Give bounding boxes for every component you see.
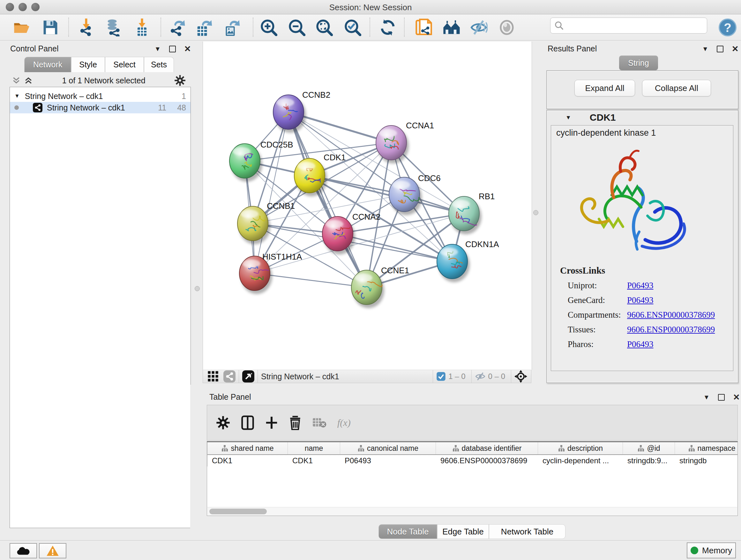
show-columns-icon[interactable] <box>241 415 254 430</box>
show-all-button[interactable] <box>497 18 516 37</box>
left-splitter-handle[interactable] <box>195 286 200 291</box>
network-node-HIST1H1A[interactable] <box>239 256 272 294</box>
zoom-selected-button[interactable] <box>343 18 362 37</box>
tab-network-table[interactable]: Network Table <box>489 524 565 539</box>
tab-network[interactable]: Network <box>24 57 71 72</box>
column-header-shared-name[interactable]: shared name <box>207 442 288 454</box>
tab-style[interactable]: Style <box>71 57 105 72</box>
expand-all-icon[interactable] <box>23 76 33 85</box>
network-collection-row[interactable]: ▼ String Network – cdk1 1 <box>10 90 191 102</box>
network-canvas[interactable]: CCNB2CCNA1CDC25BCDK1CDC6RB1CCNB1CCNA2CDK… <box>203 42 532 370</box>
hide-selected-button[interactable] <box>469 18 488 37</box>
collection-count: 1 <box>182 91 186 101</box>
delete-column-icon[interactable] <box>289 415 301 430</box>
svg-text:?: ? <box>724 21 731 35</box>
column-header-canonical-name[interactable]: canonical name <box>340 442 436 454</box>
tissues-link[interactable]: 9606.ENSP00000378699 <box>627 325 715 334</box>
first-neighbors-button[interactable] <box>442 18 461 37</box>
export-image-button[interactable] <box>222 18 241 37</box>
network-node-CDC25B[interactable] <box>229 144 262 182</box>
tree-expand-icon[interactable]: ▼ <box>14 93 20 99</box>
float-panel-icon[interactable] <box>718 394 725 401</box>
network-options-gear-icon[interactable] <box>174 75 186 86</box>
network-node-CDK1[interactable] <box>294 159 327 196</box>
network-edge[interactable] <box>255 112 288 273</box>
close-panel-icon[interactable]: ✕ <box>733 392 740 402</box>
network-node-CCNE1[interactable] <box>351 270 384 308</box>
create-column-icon[interactable] <box>265 416 278 430</box>
collapse-panel-icon[interactable]: ▼ <box>703 394 710 401</box>
compartments-link[interactable]: 9606.ENSP00000378699 <box>627 310 715 320</box>
table-header-row: shared name name canonical name database… <box>207 442 738 455</box>
apply-layout-button[interactable] <box>378 18 397 37</box>
search-input[interactable] <box>564 21 699 30</box>
column-header-id[interactable]: @id <box>623 442 675 454</box>
close-panel-icon[interactable]: ✕ <box>732 44 739 54</box>
right-splitter-handle[interactable] <box>533 210 538 215</box>
import-network-file-button[interactable] <box>77 18 96 37</box>
zoom-fit-button[interactable] <box>315 18 334 37</box>
column-header-name[interactable]: name <box>288 442 340 454</box>
toolbar-separator <box>68 17 69 37</box>
memory-button[interactable]: Memory <box>687 543 736 558</box>
collapse-all-icon[interactable] <box>11 76 21 85</box>
network-view-toolbar: String Network – cdk1 1 – 0 0 – 0 <box>203 370 531 383</box>
tab-select[interactable]: Select <box>105 57 144 72</box>
network-node-CCNA1[interactable] <box>376 125 409 164</box>
zoom-out-button[interactable] <box>287 18 307 37</box>
collapse-panel-icon[interactable]: ▼ <box>154 45 161 53</box>
collapse-panel-icon[interactable]: ▼ <box>702 45 709 53</box>
table-mode-gear-icon[interactable] <box>216 416 230 430</box>
network-node-CDC6[interactable] <box>389 177 422 215</box>
float-panel-icon[interactable] <box>717 46 724 52</box>
zoom-in-button[interactable] <box>259 18 278 37</box>
genecard-link[interactable]: P06493 <box>627 295 654 305</box>
import-network-database-button[interactable] <box>104 18 123 37</box>
column-header-description[interactable]: description <box>538 442 623 454</box>
help-button[interactable]: ? <box>718 18 737 37</box>
tab-node-table[interactable]: Node Table <box>379 524 437 539</box>
node-details: cyclin-dependent kinase 1 <box>551 125 733 371</box>
scrollbar-thumb[interactable] <box>209 509 267 514</box>
search-box[interactable] <box>550 17 707 34</box>
current-network-name: String Network – cdk1 <box>261 372 339 381</box>
expand-all-button[interactable]: Expand All <box>575 80 635 97</box>
warnings-button[interactable] <box>39 543 66 558</box>
float-panel-icon[interactable] <box>169 46 176 52</box>
column-header-database-identifier[interactable]: database identifier <box>436 442 538 454</box>
network-overview-icon[interactable] <box>223 370 235 382</box>
network-node-CCNB2[interactable] <box>273 95 306 133</box>
export-table-button[interactable] <box>194 18 213 37</box>
collapse-all-button[interactable]: Collapse All <box>642 80 711 97</box>
save-session-button[interactable] <box>41 18 60 37</box>
uniprot-link[interactable]: P06493 <box>627 281 654 290</box>
open-session-button[interactable] <box>12 18 31 37</box>
network-node-RB1[interactable] <box>449 196 482 234</box>
network-node-CDKN1A[interactable] <box>437 244 470 282</box>
close-panel-icon[interactable]: ✕ <box>184 44 191 54</box>
import-table-button[interactable] <box>132 18 151 37</box>
detach-view-icon[interactable] <box>242 370 254 382</box>
results-panel: Results Panel ▼ ✕ String Expand All Coll… <box>542 42 741 385</box>
grid-view-icon[interactable] <box>207 371 219 382</box>
crosslink-label: GeneCard: <box>568 293 621 307</box>
network-row-selected[interactable]: String Network – cdk1 11 48 <box>10 102 191 113</box>
selected-checkbox-icon[interactable] <box>436 372 446 381</box>
cloud-button[interactable] <box>10 543 37 558</box>
crosslinks-values: P06493 P06493 9606.ENSP00000378699 9606.… <box>627 278 715 352</box>
network-node-CCNA2[interactable] <box>322 216 355 254</box>
hidden-eye-slash-icon[interactable] <box>475 372 486 381</box>
section-collapse-icon[interactable]: ▼ <box>565 114 571 121</box>
tab-string[interactable]: String <box>619 56 658 70</box>
table-row[interactable]: CDK1 CDK1 P06493 9606.ENSP00000378699 cy… <box>207 455 738 466</box>
export-network-button[interactable] <box>167 18 187 37</box>
column-header-namespace[interactable]: namespace <box>675 442 738 454</box>
table-horizontal-scrollbar[interactable] <box>207 507 737 516</box>
node-section-header[interactable]: ▼ CDK1 <box>547 111 738 125</box>
birdseye-crosshair-icon[interactable] <box>515 370 527 383</box>
pharos-link[interactable]: P06493 <box>627 339 654 349</box>
tab-edge-table[interactable]: Edge Table <box>437 524 489 539</box>
crosslink-label: Uniprot: <box>568 278 621 293</box>
new-network-from-selection-button[interactable] <box>414 18 433 37</box>
tab-sets[interactable]: Sets <box>144 57 174 72</box>
